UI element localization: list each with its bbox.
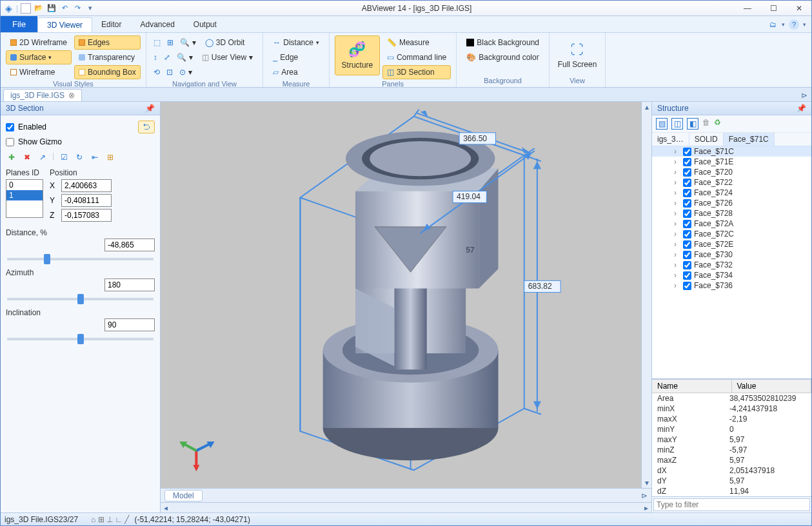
- tree-checkbox[interactable]: [683, 199, 691, 208]
- tree-row[interactable]: ›Face_$732: [652, 260, 811, 270]
- scroll-left-icon[interactable]: ◂: [161, 503, 171, 513]
- recent-dropdown-icon[interactable]: ▾: [782, 21, 785, 28]
- zoom-button[interactable]: 🔍▾: [178, 35, 198, 50]
- commandline-button[interactable]: ▭Command line: [382, 50, 451, 64]
- 3d-viewport[interactable]: 57 366.50 419.04: [161, 102, 641, 488]
- plane-item-0[interactable]: 0: [6, 180, 43, 190]
- document-tab[interactable]: igs_3D File.IGS ⊗: [3, 89, 82, 101]
- nav-icon-8[interactable]: ⊙▾: [177, 65, 194, 79]
- tree-row[interactable]: ›Face_$72C: [652, 229, 811, 239]
- remove-plane-icon[interactable]: ✖: [21, 151, 33, 163]
- tree-row[interactable]: ›Face_$72E: [652, 239, 811, 249]
- nav-icon-3[interactable]: ↕: [152, 50, 159, 64]
- chevron-icon[interactable]: ›: [674, 168, 680, 177]
- area-button[interactable]: ▱Area: [268, 65, 324, 79]
- position-x-input[interactable]: [61, 179, 112, 192]
- tree-checkbox[interactable]: [683, 230, 691, 239]
- tree-checkbox[interactable]: [683, 158, 691, 166]
- wireframe-button[interactable]: Wireframe: [6, 65, 72, 79]
- tree-row[interactable]: ›Face_$72A: [652, 219, 811, 229]
- tree-checkbox[interactable]: [683, 282, 691, 290]
- tree-checkbox[interactable]: [683, 189, 691, 197]
- chevron-icon[interactable]: ›: [674, 281, 680, 290]
- user-view-button[interactable]: ◫User View▾: [197, 50, 257, 64]
- close-button[interactable]: ✕: [789, 2, 809, 15]
- plane-item-1[interactable]: 1: [6, 190, 43, 200]
- save-icon[interactable]: 💾: [46, 3, 57, 14]
- undo-icon[interactable]: ↶: [59, 3, 70, 14]
- recent-icon[interactable]: 🗂: [767, 19, 778, 30]
- breadcrumb-item-1[interactable]: SOLID: [689, 133, 724, 146]
- tree-checkbox[interactable]: [683, 240, 691, 249]
- vertical-scrollbar[interactable]: ▴ ▾: [641, 102, 651, 488]
- inclination-input[interactable]: [104, 318, 155, 331]
- tab-editor[interactable]: Editor: [92, 16, 131, 32]
- chevron-icon[interactable]: ›: [674, 147, 680, 156]
- tabs-dropdown-icon[interactable]: ⊳: [797, 90, 811, 101]
- struct-tool-icon-4[interactable]: 🗑: [702, 118, 710, 130]
- struct-tool-icon-5[interactable]: ♻: [714, 118, 721, 130]
- tree-row[interactable]: ›Face_$71E: [652, 157, 811, 167]
- struct-tool-icon-1[interactable]: ▤: [656, 118, 668, 130]
- azimuth-input[interactable]: [104, 278, 155, 291]
- section-tool-icon-2[interactable]: ☑: [58, 151, 70, 163]
- bg-color-button[interactable]: 🎨Background color: [462, 50, 544, 64]
- tree-row[interactable]: ›Face_$71C: [652, 146, 811, 157]
- tree-checkbox[interactable]: [683, 179, 691, 187]
- section-tool-icon-5[interactable]: ⊞: [104, 151, 116, 163]
- enabled-checkbox[interactable]: Enabled: [6, 122, 46, 132]
- chevron-icon[interactable]: ›: [674, 271, 680, 280]
- tab-scroll-icon[interactable]: ⊳: [637, 491, 651, 500]
- surface-button[interactable]: Surface▾: [6, 50, 72, 64]
- position-z-input[interactable]: [61, 209, 112, 222]
- chevron-icon[interactable]: ›: [674, 250, 680, 259]
- horizontal-scrollbar[interactable]: ◂ ▸: [161, 502, 651, 512]
- chevron-icon[interactable]: ›: [674, 240, 680, 249]
- chevron-icon[interactable]: ›: [674, 157, 680, 166]
- model-tab[interactable]: Model: [164, 490, 203, 502]
- tree-row[interactable]: ›Face_$736: [652, 280, 811, 291]
- open-icon[interactable]: 📂: [34, 3, 44, 14]
- position-y-input[interactable]: [61, 194, 112, 207]
- chevron-icon[interactable]: ›: [674, 199, 680, 208]
- tree-checkbox[interactable]: [683, 148, 691, 156]
- nav-icon-2[interactable]: ⊞: [165, 35, 175, 50]
- add-plane-icon[interactable]: ✚: [6, 151, 17, 163]
- nav-icon-5[interactable]: 🔍▾: [175, 50, 195, 64]
- distance-button[interactable]: ↔Distance▾: [268, 35, 324, 50]
- pin-icon[interactable]: 📌: [145, 104, 155, 113]
- tree-checkbox[interactable]: [683, 251, 691, 259]
- chevron-icon[interactable]: ›: [674, 260, 680, 269]
- tree-row[interactable]: ›Face_$724: [652, 188, 811, 198]
- chevron-icon[interactable]: ›: [674, 188, 680, 197]
- tree-checkbox[interactable]: [683, 209, 691, 218]
- tree-row[interactable]: ›Face_$728: [652, 208, 811, 219]
- tab-advanced[interactable]: Advanced: [131, 16, 184, 32]
- scroll-down-icon[interactable]: ▾: [642, 478, 652, 488]
- help-dropdown-icon[interactable]: ▾: [803, 21, 806, 28]
- tree-checkbox[interactable]: [683, 168, 691, 177]
- pin-icon[interactable]: 📌: [797, 104, 806, 113]
- maximize-button[interactable]: ☐: [764, 2, 783, 15]
- tree-row[interactable]: ›Face_$722: [652, 177, 811, 188]
- nav-icon-6[interactable]: ⟲: [152, 65, 162, 79]
- tree-row[interactable]: ›Face_$730: [652, 249, 811, 260]
- filter-input[interactable]: [653, 498, 810, 511]
- structure-panel-button[interactable]: 🧬 Structure: [335, 35, 380, 75]
- tab-3dviewer[interactable]: 3D Viewer: [37, 17, 92, 32]
- show-gizmo-checkbox[interactable]: Show Gizmo: [6, 137, 155, 146]
- tree-row[interactable]: ›Face_$726: [652, 198, 811, 208]
- scroll-right-icon[interactable]: ▸: [641, 503, 651, 513]
- azimuth-slider[interactable]: [7, 298, 153, 300]
- edge-button[interactable]: ⎯Edge: [268, 50, 324, 64]
- section-tool-icon-4[interactable]: ⇤: [89, 151, 101, 163]
- tab-output[interactable]: Output: [184, 16, 226, 32]
- scroll-up-icon[interactable]: ▴: [642, 102, 652, 112]
- help-icon[interactable]: ?: [789, 19, 799, 30]
- tree-row[interactable]: ›Face_$720: [652, 167, 811, 177]
- measure-panel-button[interactable]: 📏Measure: [382, 35, 451, 50]
- section-tool-icon-3[interactable]: ↻: [74, 151, 85, 163]
- black-bg-button[interactable]: Black Background: [462, 35, 544, 50]
- breadcrumb-item-2[interactable]: Face_$71C: [724, 133, 775, 146]
- edges-button[interactable]: Edges: [74, 35, 141, 50]
